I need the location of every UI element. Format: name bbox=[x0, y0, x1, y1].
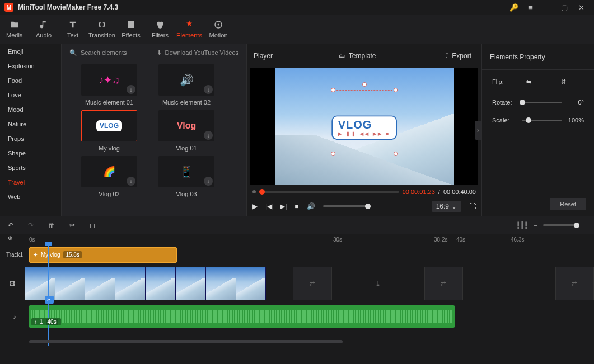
chevron-down-icon: ⌄ bbox=[451, 202, 457, 210]
close-button[interactable]: ✕ bbox=[573, 3, 590, 12]
content-row: Emoji Explosion Food Love Mood Nature Pr… bbox=[0, 44, 594, 216]
category-food[interactable]: Food bbox=[0, 73, 61, 88]
export-button[interactable]: ⤴Export bbox=[442, 50, 475, 62]
fullscreen-button[interactable]: ⛶ bbox=[469, 202, 476, 210]
category-shape[interactable]: Shape bbox=[0, 146, 61, 160]
transition-slot[interactable]: ⇄ bbox=[293, 267, 331, 300]
undo-button[interactable]: ↶ bbox=[8, 221, 13, 229]
element-card[interactable]: 🌈Vlog 02 bbox=[73, 156, 146, 197]
maximize-button[interactable]: ▢ bbox=[556, 3, 573, 12]
audio-clip-duration: 40s bbox=[46, 319, 58, 325]
transition-slot[interactable]: ⇄ bbox=[555, 267, 594, 300]
timeline-scrollbar[interactable] bbox=[29, 340, 343, 343]
elements-panel: 🔍 Search elements ⬇ Download YouTube Vid… bbox=[62, 44, 247, 216]
duration-time: 00:00:40.00 bbox=[443, 188, 476, 195]
template-button[interactable]: 🗂Template bbox=[335, 50, 380, 62]
flip-vertical-button[interactable]: ⇵ bbox=[557, 75, 569, 88]
flip-label: Flip: bbox=[492, 78, 517, 85]
crop-button[interactable]: ◻ bbox=[90, 221, 95, 229]
category-props[interactable]: Props bbox=[0, 131, 61, 146]
zoom-in-button[interactable]: + bbox=[582, 221, 586, 229]
properties-title: Elements Property bbox=[482, 44, 594, 70]
elements-grid: ♪✦♫Music element 01 🔊Music element 02 VL… bbox=[62, 61, 246, 201]
volume-icon[interactable]: 🔊 bbox=[307, 202, 315, 210]
seek-slider[interactable] bbox=[259, 191, 399, 193]
category-love[interactable]: Love bbox=[0, 88, 61, 102]
element-clip-name: My vlog bbox=[41, 252, 60, 258]
split-button[interactable]: ✂ bbox=[69, 221, 75, 229]
playhead[interactable] bbox=[48, 245, 49, 346]
element-card[interactable]: ♪✦♫Music element 01 bbox=[73, 64, 146, 106]
properties-panel: Elements Property Flip: ⇋ ⇵ Rotate: 0° S… bbox=[482, 44, 594, 216]
download-icon[interactable] bbox=[204, 85, 213, 94]
drop-media-slot[interactable]: ⤓ bbox=[359, 267, 397, 300]
current-time: 00:00:01.23 bbox=[403, 188, 435, 195]
tab-text[interactable]: Text bbox=[58, 15, 87, 44]
download-icon[interactable] bbox=[127, 177, 135, 186]
track1-label: Track1 bbox=[0, 252, 29, 258]
license-key-icon[interactable]: 🔑 bbox=[506, 3, 522, 12]
tab-filters[interactable]: Filters bbox=[146, 15, 175, 44]
vlog-element-overlay[interactable]: VLOG ▶ ❚❚ ◀◀ ▶▶ ■ bbox=[331, 115, 397, 140]
element-clip[interactable]: ✦ My vlog 15.8s bbox=[29, 247, 177, 263]
audio-clip[interactable]: ♪ 1 40s bbox=[29, 305, 455, 328]
add-track-button[interactable]: ⊕ bbox=[8, 235, 12, 241]
timeline-ruler[interactable]: ⊕ 0s 30s 38.2s 40s 46.3s bbox=[0, 234, 594, 245]
scale-value: 100% bbox=[567, 117, 584, 124]
element-card[interactable]: VLOGMy vlog bbox=[73, 110, 146, 152]
player-panel: Player 🗂Template ⤴Export VLOG ▶ ❚❚ ◀◀ ▶▶… bbox=[247, 44, 482, 216]
element-card[interactable]: 📱Vlog 03 bbox=[150, 156, 223, 197]
categories-sidebar: Emoji Explosion Food Love Mood Nature Pr… bbox=[0, 44, 62, 216]
category-sports[interactable]: Sports bbox=[0, 160, 61, 175]
tab-transition[interactable]: Transition bbox=[87, 15, 116, 44]
tab-motion[interactable]: Motion bbox=[204, 15, 233, 44]
search-elements-input[interactable]: 🔍 Search elements bbox=[69, 49, 127, 56]
next-frame-button[interactable]: ▶| bbox=[280, 202, 287, 210]
redo-button[interactable]: ↷ bbox=[28, 221, 34, 229]
rotate-slider[interactable] bbox=[522, 102, 562, 103]
category-emoji[interactable]: Emoji bbox=[0, 44, 61, 59]
seek-start-dot bbox=[252, 190, 256, 193]
category-nature[interactable]: Nature bbox=[0, 117, 61, 131]
prev-frame-button[interactable]: |◀ bbox=[265, 202, 272, 210]
category-explosion[interactable]: Explosion bbox=[0, 59, 61, 73]
video-clip[interactable] bbox=[25, 267, 266, 300]
app-title: MiniTool MovieMaker Free 7.4.3 bbox=[18, 3, 506, 11]
preview-box[interactable]: VLOG ▶ ❚❚ ◀◀ ▶▶ ■ bbox=[250, 68, 478, 185]
play-button[interactable]: ▶ bbox=[252, 202, 258, 210]
ruler-tick: 40s bbox=[456, 237, 465, 243]
volume-slider[interactable] bbox=[323, 205, 368, 207]
delete-button[interactable]: 🗑 bbox=[48, 221, 55, 229]
track-audio: ♪ ♪ 1 40s bbox=[0, 302, 594, 330]
zoom-out-button[interactable]: − bbox=[534, 221, 537, 229]
category-travel[interactable]: Travel bbox=[0, 175, 61, 190]
download-icon[interactable] bbox=[127, 85, 135, 94]
app-logo-icon: M bbox=[4, 3, 13, 12]
split-marker-icon[interactable]: ✂ bbox=[45, 296, 54, 304]
timeline-toolbar: ↶ ↷ 🗑 ✂ ◻ ┇┃┇ − + bbox=[0, 216, 594, 234]
zoom-slider[interactable] bbox=[543, 224, 577, 226]
element-card[interactable]: 🔊Music element 02 bbox=[150, 64, 223, 106]
panel-toggle-icon[interactable]: › bbox=[475, 121, 481, 140]
download-youtube-button[interactable]: ⬇ Download YouTube Videos bbox=[157, 49, 239, 56]
tab-audio[interactable]: Audio bbox=[29, 15, 58, 44]
category-web[interactable]: Web bbox=[0, 190, 61, 204]
flip-horizontal-button[interactable]: ⇋ bbox=[522, 75, 535, 88]
tab-media[interactable]: Media bbox=[0, 15, 29, 44]
download-icon[interactable] bbox=[204, 131, 213, 140]
minimize-button[interactable]: — bbox=[539, 3, 556, 12]
tab-effects[interactable]: Effects bbox=[116, 15, 146, 44]
fit-zoom-button[interactable]: ┇┃┇ bbox=[516, 221, 528, 229]
stop-button[interactable]: ■ bbox=[294, 202, 298, 210]
download-icon[interactable] bbox=[204, 177, 213, 186]
hamburger-menu-icon[interactable]: ≡ bbox=[522, 3, 539, 12]
element-card[interactable]: VlogVlog 01 bbox=[150, 110, 223, 152]
aspect-ratio-select[interactable]: 16:9⌄ bbox=[432, 201, 461, 212]
transition-slot[interactable]: ⇄ bbox=[424, 267, 463, 300]
category-mood[interactable]: Mood bbox=[0, 102, 61, 117]
element-clip-icon: ✦ bbox=[33, 252, 38, 258]
reset-button[interactable]: Reset bbox=[550, 198, 586, 210]
track-video: 🎞 ⇄ ⤓ ⇄ ⇄ bbox=[0, 264, 594, 302]
scale-slider[interactable] bbox=[522, 120, 562, 121]
tab-elements[interactable]: Elements bbox=[175, 15, 204, 44]
